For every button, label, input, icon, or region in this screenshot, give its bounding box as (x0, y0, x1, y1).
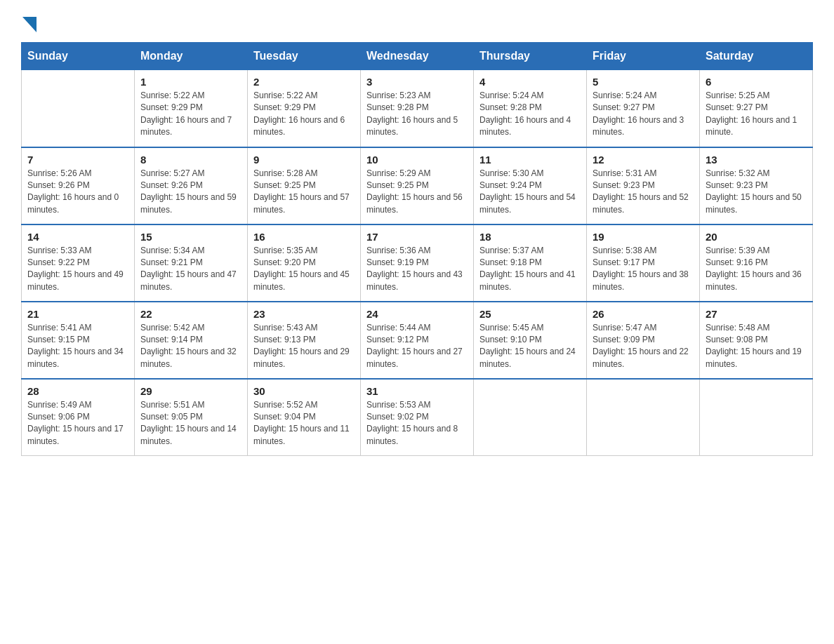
calendar-day-cell: 22Sunrise: 5:42 AMSunset: 9:14 PMDayligh… (135, 302, 248, 379)
day-info: Sunrise: 5:38 AMSunset: 9:17 PMDaylight:… (593, 245, 694, 294)
day-number: 4 (479, 76, 581, 88)
calendar-day-cell: 16Sunrise: 5:35 AMSunset: 9:20 PMDayligh… (248, 224, 361, 302)
weekday-header-row: Sunday Monday Tuesday Wednesday Thursday… (22, 43, 813, 70)
day-info: Sunrise: 5:30 AMSunset: 9:24 PMDaylight:… (479, 168, 581, 217)
day-number: 10 (366, 154, 468, 166)
calendar-day-cell (587, 379, 700, 456)
day-number: 15 (140, 231, 241, 243)
header-saturday: Saturday (700, 43, 813, 70)
day-number: 9 (253, 154, 355, 166)
calendar-week-row: 28Sunrise: 5:49 AMSunset: 9:06 PMDayligh… (22, 379, 813, 456)
calendar-day-cell: 8Sunrise: 5:27 AMSunset: 9:26 PMDaylight… (135, 147, 248, 224)
calendar-week-row: 7Sunrise: 5:26 AMSunset: 9:26 PMDaylight… (22, 147, 813, 224)
day-info: Sunrise: 5:23 AMSunset: 9:28 PMDaylight:… (366, 90, 468, 139)
day-number: 3 (366, 76, 468, 88)
day-number: 24 (366, 308, 468, 320)
day-info: Sunrise: 5:24 AMSunset: 9:27 PMDaylight:… (593, 90, 694, 139)
calendar-body: 1Sunrise: 5:22 AMSunset: 9:29 PMDaylight… (22, 70, 813, 456)
calendar-day-cell: 13Sunrise: 5:32 AMSunset: 9:23 PMDayligh… (700, 147, 813, 224)
day-info: Sunrise: 5:34 AMSunset: 9:21 PMDaylight:… (140, 245, 241, 294)
day-number: 12 (593, 154, 694, 166)
day-info: Sunrise: 5:25 AMSunset: 9:27 PMDaylight:… (706, 90, 807, 139)
calendar-day-cell (474, 379, 587, 456)
calendar-day-cell: 31Sunrise: 5:53 AMSunset: 9:02 PMDayligh… (361, 379, 474, 456)
calendar-day-cell: 28Sunrise: 5:49 AMSunset: 9:06 PMDayligh… (22, 379, 135, 456)
calendar-day-cell: 27Sunrise: 5:48 AMSunset: 9:08 PMDayligh… (700, 302, 813, 379)
calendar-day-cell: 4Sunrise: 5:24 AMSunset: 9:28 PMDaylight… (474, 70, 587, 147)
calendar-day-cell: 14Sunrise: 5:33 AMSunset: 9:22 PMDayligh… (22, 224, 135, 302)
day-number: 7 (27, 154, 128, 166)
day-info: Sunrise: 5:45 AMSunset: 9:10 PMDaylight:… (479, 322, 581, 371)
day-number: 8 (140, 154, 241, 166)
header-monday: Monday (135, 43, 248, 70)
day-info: Sunrise: 5:37 AMSunset: 9:18 PMDaylight:… (479, 245, 581, 294)
day-info: Sunrise: 5:43 AMSunset: 9:13 PMDaylight:… (253, 322, 355, 371)
day-number: 30 (253, 385, 355, 397)
day-number: 14 (27, 231, 128, 243)
calendar-week-row: 21Sunrise: 5:41 AMSunset: 9:15 PMDayligh… (22, 302, 813, 379)
day-number: 16 (253, 231, 355, 243)
calendar-day-cell: 26Sunrise: 5:47 AMSunset: 9:09 PMDayligh… (587, 302, 700, 379)
calendar-day-cell: 23Sunrise: 5:43 AMSunset: 9:13 PMDayligh… (248, 302, 361, 379)
day-number: 31 (366, 385, 468, 397)
calendar-day-cell: 1Sunrise: 5:22 AMSunset: 9:29 PMDaylight… (135, 70, 248, 147)
day-info: Sunrise: 5:35 AMSunset: 9:20 PMDaylight:… (253, 245, 355, 294)
day-info: Sunrise: 5:33 AMSunset: 9:22 PMDaylight:… (27, 245, 128, 294)
day-number: 18 (479, 231, 581, 243)
calendar-day-cell: 17Sunrise: 5:36 AMSunset: 9:19 PMDayligh… (361, 224, 474, 302)
day-number: 20 (706, 231, 807, 243)
day-info: Sunrise: 5:51 AMSunset: 9:05 PMDaylight:… (140, 399, 241, 448)
day-info: Sunrise: 5:26 AMSunset: 9:26 PMDaylight:… (27, 168, 128, 217)
calendar-day-cell: 11Sunrise: 5:30 AMSunset: 9:24 PMDayligh… (474, 147, 587, 224)
day-info: Sunrise: 5:22 AMSunset: 9:29 PMDaylight:… (140, 90, 241, 139)
calendar-day-cell: 20Sunrise: 5:39 AMSunset: 9:16 PMDayligh… (700, 224, 813, 302)
logo-arrow-icon (22, 17, 37, 32)
calendar-day-cell: 5Sunrise: 5:24 AMSunset: 9:27 PMDaylight… (587, 70, 700, 147)
day-info: Sunrise: 5:53 AMSunset: 9:02 PMDaylight:… (366, 399, 468, 448)
day-info: Sunrise: 5:31 AMSunset: 9:23 PMDaylight:… (593, 168, 694, 217)
calendar-day-cell: 29Sunrise: 5:51 AMSunset: 9:05 PMDayligh… (135, 379, 248, 456)
day-number: 22 (140, 308, 241, 320)
day-info: Sunrise: 5:39 AMSunset: 9:16 PMDaylight:… (706, 245, 807, 294)
calendar-day-cell: 12Sunrise: 5:31 AMSunset: 9:23 PMDayligh… (587, 147, 700, 224)
calendar-week-row: 1Sunrise: 5:22 AMSunset: 9:29 PMDaylight… (22, 70, 813, 147)
day-number: 26 (593, 308, 694, 320)
day-number: 25 (479, 308, 581, 320)
calendar-day-cell: 18Sunrise: 5:37 AMSunset: 9:18 PMDayligh… (474, 224, 587, 302)
day-info: Sunrise: 5:22 AMSunset: 9:29 PMDaylight:… (253, 90, 355, 139)
day-info: Sunrise: 5:32 AMSunset: 9:23 PMDaylight:… (706, 168, 807, 217)
calendar-day-cell: 25Sunrise: 5:45 AMSunset: 9:10 PMDayligh… (474, 302, 587, 379)
calendar-day-cell: 21Sunrise: 5:41 AMSunset: 9:15 PMDayligh… (22, 302, 135, 379)
day-info: Sunrise: 5:52 AMSunset: 9:04 PMDaylight:… (253, 399, 355, 448)
day-number: 5 (593, 76, 694, 88)
day-number: 29 (140, 385, 241, 397)
day-number: 19 (593, 231, 694, 243)
calendar-day-cell: 2Sunrise: 5:22 AMSunset: 9:29 PMDaylight… (248, 70, 361, 147)
calendar-day-cell (700, 379, 813, 456)
calendar-day-cell: 3Sunrise: 5:23 AMSunset: 9:28 PMDaylight… (361, 70, 474, 147)
logo (21, 17, 37, 35)
day-info: Sunrise: 5:24 AMSunset: 9:28 PMDaylight:… (479, 90, 581, 139)
day-number: 21 (27, 308, 128, 320)
calendar-day-cell (22, 70, 135, 147)
page-header (21, 14, 813, 35)
calendar-day-cell: 19Sunrise: 5:38 AMSunset: 9:17 PMDayligh… (587, 224, 700, 302)
calendar-day-cell: 6Sunrise: 5:25 AMSunset: 9:27 PMDaylight… (700, 70, 813, 147)
day-info: Sunrise: 5:49 AMSunset: 9:06 PMDaylight:… (27, 399, 128, 448)
day-info: Sunrise: 5:41 AMSunset: 9:15 PMDaylight:… (27, 322, 128, 371)
header-thursday: Thursday (474, 43, 587, 70)
calendar-day-cell: 10Sunrise: 5:29 AMSunset: 9:25 PMDayligh… (361, 147, 474, 224)
calendar-table: Sunday Monday Tuesday Wednesday Thursday… (21, 42, 813, 456)
day-info: Sunrise: 5:36 AMSunset: 9:19 PMDaylight:… (366, 245, 468, 294)
day-number: 1 (140, 76, 241, 88)
day-info: Sunrise: 5:47 AMSunset: 9:09 PMDaylight:… (593, 322, 694, 371)
calendar-day-cell: 24Sunrise: 5:44 AMSunset: 9:12 PMDayligh… (361, 302, 474, 379)
day-number: 6 (706, 76, 807, 88)
day-info: Sunrise: 5:28 AMSunset: 9:25 PMDaylight:… (253, 168, 355, 217)
calendar-day-cell: 15Sunrise: 5:34 AMSunset: 9:21 PMDayligh… (135, 224, 248, 302)
day-info: Sunrise: 5:42 AMSunset: 9:14 PMDaylight:… (140, 322, 241, 371)
day-info: Sunrise: 5:29 AMSunset: 9:25 PMDaylight:… (366, 168, 468, 217)
calendar-day-cell: 9Sunrise: 5:28 AMSunset: 9:25 PMDaylight… (248, 147, 361, 224)
calendar-week-row: 14Sunrise: 5:33 AMSunset: 9:22 PMDayligh… (22, 224, 813, 302)
day-number: 23 (253, 308, 355, 320)
